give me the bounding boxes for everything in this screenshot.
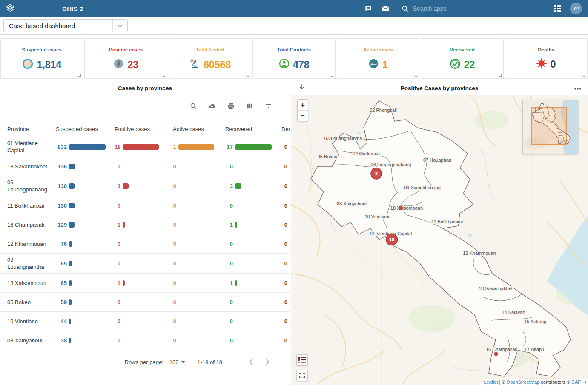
arrow-down-icon[interactable]	[298, 83, 306, 93]
table-row[interactable]: 01 Vientiane Capital832181170	[0, 137, 290, 157]
case-cluster-marker[interactable]: 3	[371, 168, 382, 179]
leaflet-link[interactable]: Leaflet	[484, 379, 498, 385]
table-row[interactable]: 08 Xainyabouli380000	[0, 331, 290, 350]
svg-text:18: 18	[389, 237, 394, 242]
messages-icon[interactable]	[364, 4, 373, 13]
osm-link[interactable]: OpenStreetMap	[507, 379, 540, 385]
download-icon[interactable]	[208, 102, 216, 110]
zoom-out-button[interactable]: −	[298, 110, 308, 121]
fullscreen-button[interactable]	[296, 370, 308, 381]
app-title: DHIS 2	[62, 5, 83, 12]
active-cell: 0	[173, 241, 225, 247]
zoom-in-button[interactable]: +	[298, 100, 308, 110]
column-header[interactable]: Deaths	[281, 126, 290, 132]
more-options-icon[interactable]	[574, 84, 582, 92]
user-avatar[interactable]: YP	[570, 3, 582, 14]
cell-value: 38	[56, 337, 67, 344]
province-cell: 06 Louangphabang	[7, 176, 56, 196]
stat-card[interactable]: Suspected cases1,814	[0, 38, 83, 79]
previous-page-button[interactable]	[245, 357, 255, 367]
print-icon[interactable]	[227, 102, 235, 110]
stat-card[interactable]: Active cases1	[337, 38, 419, 79]
cell-value: 832	[56, 144, 67, 150]
stat-card[interactable]: Recovered22	[421, 38, 503, 79]
deaths-cell: 0	[281, 183, 290, 189]
cell-value: 0	[115, 299, 120, 305]
table-row[interactable]: 05 Bokeo590000	[0, 292, 290, 311]
card-resize-handle[interactable]	[78, 74, 81, 77]
card-resize-handle[interactable]	[163, 74, 165, 77]
map-panel-title: Positive Cases by provinces	[291, 85, 588, 91]
active-cell: 0	[173, 163, 225, 170]
panel-resize-handle[interactable]	[284, 379, 287, 382]
suspected-cell: 832	[56, 144, 115, 150]
deaths-cell: 0	[281, 280, 290, 286]
card-resize-handle[interactable]	[415, 74, 417, 77]
stat-card[interactable]: Positive cases23	[84, 38, 167, 79]
cell-value: 0	[173, 260, 176, 267]
top-bar: DHIS 2 YP	[0, 0, 588, 17]
rows-per-page-select[interactable]: 100	[169, 359, 186, 365]
cell-value: 0	[115, 337, 120, 344]
legend-button[interactable]	[296, 354, 308, 366]
suspected-bar	[69, 261, 72, 266]
cell-value: 130	[56, 202, 67, 209]
column-header[interactable]: Recovered	[225, 126, 281, 132]
case-cluster-marker[interactable]	[399, 206, 403, 210]
table-row[interactable]: 11 Bolikhamxai1300000	[0, 196, 290, 215]
table-row[interactable]: 10 Vientiane440000	[0, 311, 290, 331]
cell-value: 65	[56, 280, 67, 286]
card-resize-handle[interactable]	[247, 74, 249, 77]
table-row[interactable]: 13 Savannakhet1360000	[0, 157, 290, 176]
next-page-button[interactable]	[262, 357, 272, 367]
suspected-cell: 130	[56, 183, 115, 189]
column-header[interactable]: Positive cases	[115, 126, 173, 132]
table-toolbar	[0, 91, 290, 110]
case-cluster-marker[interactable]: 18	[386, 234, 398, 245]
column-header[interactable]: Suspected cases	[56, 126, 115, 132]
panel-resize-handle[interactable]	[583, 381, 586, 383]
stat-card[interactable]: Deaths0	[505, 38, 588, 79]
table-row[interactable]: 03 Louangnamtha650000	[0, 253, 290, 273]
apps-grid-icon[interactable]	[553, 4, 562, 13]
suspected-cell: 129	[56, 222, 115, 228]
table-row[interactable]: 12 Khammouan760000	[0, 234, 290, 253]
suspected-bar	[69, 338, 71, 343]
dashboard-select[interactable]: Case based dashboard	[3, 19, 128, 32]
card-resize-handle[interactable]	[583, 74, 585, 77]
leaflet-map[interactable]: 02 Phongsali03 Louangnamtha04 Oudomxai05…	[291, 95, 588, 385]
stat-card[interactable]: Total Tested60568	[169, 38, 251, 79]
stat-card[interactable]: Total Contacts478	[252, 38, 335, 79]
positive-cell: 0	[115, 202, 173, 209]
positive-cell: 0	[115, 299, 173, 305]
positive-cell: 1	[115, 222, 173, 228]
provinces-table: ProvinceSuspected casesPositive casesAct…	[0, 121, 290, 350]
province-label: 16 Champasak	[486, 347, 517, 352]
dhis2-logo-icon[interactable]	[0, 0, 20, 17]
columns-icon[interactable]	[245, 102, 254, 110]
cell-value: 0	[115, 163, 120, 170]
search-apps-input[interactable]	[413, 5, 543, 12]
column-header[interactable]: Active cases	[173, 126, 225, 132]
case-cluster-marker[interactable]	[494, 352, 498, 356]
column-header[interactable]: Province	[7, 126, 56, 132]
check-circle-icon	[450, 58, 461, 71]
filter-icon[interactable]	[264, 102, 272, 110]
card-resize-handle[interactable]	[331, 74, 333, 77]
recovered-cell: 1	[225, 280, 281, 286]
table-row[interactable]: 06 Louangphabang1303030	[0, 176, 290, 196]
stat-card-title: Total Contacts	[277, 47, 311, 52]
cell-value: 0	[225, 260, 233, 267]
cell-value: 0	[173, 183, 176, 189]
table-row[interactable]: 16 Champasak1291010	[0, 215, 290, 234]
mail-icon[interactable]	[381, 4, 390, 13]
table-search-icon[interactable]	[189, 102, 198, 110]
provider-link[interactable]: CAF	[571, 379, 581, 385]
recovered-cell: 1	[225, 222, 281, 228]
card-resize-handle[interactable]	[499, 74, 502, 77]
chevron-down-icon[interactable]	[113, 24, 127, 28]
rows-per-page-value: 100	[169, 359, 179, 365]
table-row[interactable]: 18 Xaisomboun651010	[0, 273, 290, 292]
cell-value: 1	[225, 280, 233, 286]
overview-minimap[interactable]	[522, 100, 578, 154]
